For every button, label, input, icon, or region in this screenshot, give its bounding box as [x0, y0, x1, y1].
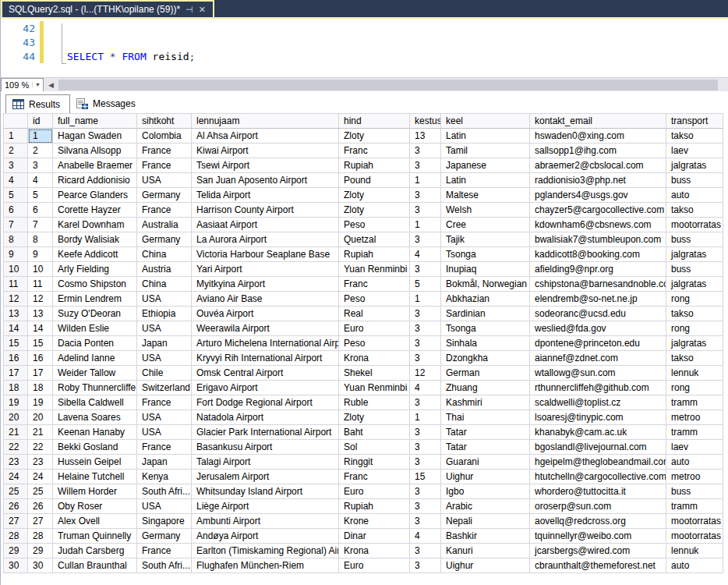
grid-cell[interactable]: aiannef@zdnet.com — [530, 351, 666, 366]
zoom-level-dropdown[interactable]: 109 % ▼ — [1, 78, 44, 92]
grid-cell[interactable]: jalgratas — [666, 158, 723, 173]
grid-cell[interactable]: France — [137, 395, 192, 410]
grid-cell[interactable]: whordero@tuttocitta.it — [530, 484, 666, 499]
grid-cell[interactable]: Uighur — [441, 470, 530, 484]
grid-cell[interactable]: Maltese — [441, 188, 530, 203]
grid-cell[interactable]: Andøya Airport — [192, 529, 339, 544]
row-header[interactable]: 3 — [4, 158, 28, 173]
grid-cell[interactable]: Real — [339, 307, 410, 321]
grid-cell[interactable]: Alex Ovell — [53, 514, 137, 529]
grid-cell[interactable]: Ethiopia — [137, 307, 192, 321]
grid-cell[interactable]: lennuk — [666, 366, 723, 381]
grid-cell[interactable]: 1 — [410, 292, 441, 307]
grid-cell[interactable]: Earlton (Timiskaming Regional) Airp... — [192, 544, 339, 558]
grid-cell[interactable]: Inupiaq — [441, 262, 530, 277]
grid-cell[interactable]: 7 — [28, 218, 53, 232]
grid-cell[interactable]: aovellq@redcross.org — [530, 514, 666, 529]
row-header[interactable]: 14 — [4, 321, 28, 336]
grid-cell[interactable]: Tsonga — [441, 321, 530, 336]
grid-cell[interactable]: Karel Downham — [53, 218, 137, 232]
grid-cell[interactable]: jalgratas — [666, 247, 723, 262]
grid-cell[interactable]: auto — [666, 455, 723, 470]
grid-cell[interactable]: Hussein Geipel — [53, 455, 137, 470]
grid-cell[interactable]: 15 — [410, 470, 441, 484]
grid-cell[interactable]: 3 — [410, 544, 441, 558]
grid-cell[interactable]: Yuan Renminbi — [339, 262, 410, 277]
grid-cell[interactable]: Oby Roser — [53, 499, 137, 514]
grid-cell[interactable]: Helaine Tutchell — [53, 470, 137, 484]
grid-cell[interactable]: Roby Thunnercliffe — [53, 381, 137, 395]
grid-cell[interactable]: Tsewi Airport — [192, 158, 339, 173]
grid-cell[interactable]: Bashkir — [441, 529, 530, 544]
row-header[interactable]: 27 — [4, 514, 28, 529]
column-header-full_name[interactable]: full_name — [53, 114, 137, 129]
grid-cell[interactable]: Ringgit — [339, 455, 410, 470]
grid-cell[interactable]: 11 — [28, 277, 53, 292]
grid-cell[interactable]: Tatar — [441, 425, 530, 440]
grid-cell[interactable]: Krona — [339, 351, 410, 366]
grid-cell[interactable]: 19 — [28, 395, 53, 410]
grid-cell[interactable]: Willem Horder — [53, 484, 137, 499]
column-header-id[interactable]: id — [28, 114, 53, 129]
grid-cell[interactable]: sallsopp1@ihg.com — [530, 144, 666, 158]
grid-cell[interactable]: Keenan Hanaby — [53, 425, 137, 440]
grid-cell[interactable]: Truman Quinnelly — [53, 529, 137, 544]
grid-cell[interactable]: Germany — [137, 232, 192, 247]
grid-cell[interactable]: kdownham6@cbsnews.com — [530, 218, 666, 232]
grid-cell[interactable]: Zloty — [339, 203, 410, 218]
grid-cell[interactable]: France — [137, 158, 192, 173]
grid-cell[interactable]: takso — [666, 129, 723, 144]
grid-cell[interactable]: Franc — [339, 144, 410, 158]
row-header[interactable]: 23 — [4, 455, 28, 470]
grid-cell[interactable]: Myitkyina Airport — [192, 277, 339, 292]
grid-cell[interactable]: Shekel — [339, 366, 410, 381]
grid-cell[interactable]: 3 — [410, 499, 441, 514]
grid-cell[interactable]: Germany — [137, 529, 192, 544]
grid-cell[interactable]: 17 — [28, 366, 53, 381]
editor-line[interactable]: 42 — [1, 21, 728, 35]
grid-cell[interactable]: Suzy O'Deoran — [53, 307, 137, 321]
grid-cell[interactable]: oroserp@sun.com — [530, 499, 666, 514]
grid-cell[interactable]: Pound — [339, 173, 410, 188]
grid-cell[interactable]: Flughafen München-Riem — [192, 558, 339, 573]
grid-cell[interactable]: Weider Tallow — [53, 366, 137, 381]
grid-cell[interactable]: Ruble — [339, 395, 410, 410]
row-header[interactable]: 15 — [4, 336, 28, 351]
grid-cell[interactable]: 3 — [410, 425, 441, 440]
grid-cell[interactable]: Latin — [441, 173, 530, 188]
grid-cell[interactable]: 4 — [28, 173, 53, 188]
grid-cell[interactable]: 3 — [410, 455, 441, 470]
grid-cell[interactable]: Kenya — [137, 470, 192, 484]
grid-cell[interactable]: Sol — [339, 440, 410, 455]
grid-cell[interactable]: Aviano Air Base — [192, 292, 339, 307]
grid-cell[interactable]: buss — [666, 484, 723, 499]
grid-cell[interactable]: mootorratas — [666, 529, 723, 544]
grid-cell[interactable]: 12 — [410, 366, 441, 381]
grid-cell[interactable]: Omsk Central Airport — [192, 366, 339, 381]
grid-cell[interactable]: Corette Hayzer — [53, 203, 137, 218]
grid-cell[interactable]: Cree — [441, 218, 530, 232]
grid-cell[interactable]: China — [137, 247, 192, 262]
grid-cell[interactable]: 3 — [410, 307, 441, 321]
grid-cell[interactable]: kaddicott8@booking.com — [530, 247, 666, 262]
grid-cell[interactable]: USA — [137, 499, 192, 514]
grid-cell[interactable]: abraemer2@cbslocal.com — [530, 158, 666, 173]
grid-cell[interactable]: 2 — [28, 144, 53, 158]
grid-cell[interactable]: Zloty — [339, 129, 410, 144]
pin-icon[interactable]: ⊣ — [186, 5, 193, 14]
grid-cell[interactable]: Tsonga — [441, 247, 530, 262]
grid-cell[interactable]: jalgratas — [666, 336, 723, 351]
grid-cell[interactable]: Peso — [339, 292, 410, 307]
row-header[interactable]: 21 — [4, 425, 28, 440]
grid-cell[interactable]: Pearce Glanders — [53, 188, 137, 203]
grid-cell[interactable]: 13 — [28, 307, 53, 321]
grid-cell[interactable]: tramm — [666, 395, 723, 410]
grid-cell[interactable]: USA — [137, 351, 192, 366]
grid-cell[interactable]: 3 — [410, 203, 441, 218]
grid-cell[interactable]: Germany — [137, 188, 192, 203]
tab-results[interactable]: Results — [5, 94, 70, 113]
grid-cell[interactable]: Australia — [137, 218, 192, 232]
grid-cell[interactable]: Harrison County Airport — [192, 203, 339, 218]
grid-cell[interactable]: 9 — [28, 247, 53, 262]
grid-cell[interactable]: Kiwai Airport — [192, 144, 339, 158]
